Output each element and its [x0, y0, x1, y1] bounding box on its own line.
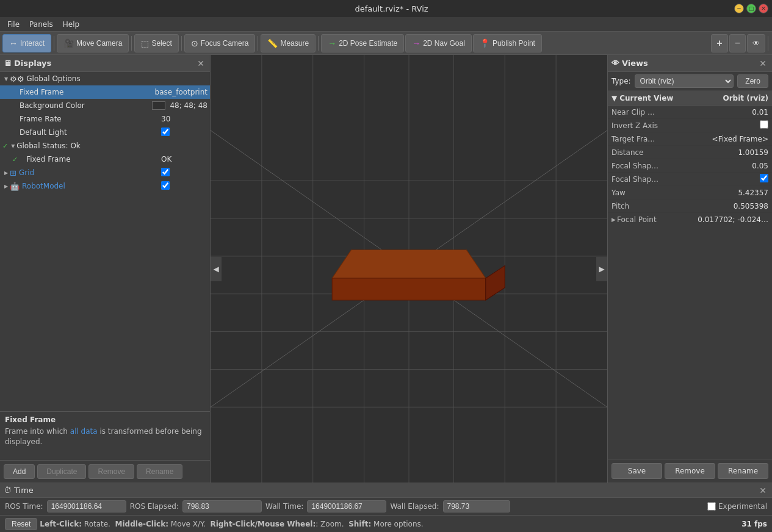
time-panel-close[interactable]: ✕ [757, 486, 768, 495]
fixed-frame-status-row[interactable]: ✓ ▶ Fixed Frame OK [0, 153, 210, 166]
fixed-frame-row[interactable]: ▶ Fixed Frame base_footprint [0, 85, 210, 99]
current-view-label: Current View [619, 94, 673, 102]
focal-shape-2-label: Focal Shap… [611, 175, 760, 184]
status-bar: Reset Left-Click: Rotate. Middle-Click: … [0, 515, 772, 532]
views-type-select[interactable]: Orbit (rviz) [635, 74, 734, 88]
grid-checkbox-value [159, 168, 207, 178]
menu-file[interactable]: File [2, 19, 24, 30]
window-title: default.rviz* - RViz [49, 4, 734, 13]
move-camera-button[interactable]: 🎥 Move Camera [57, 34, 129, 52]
viewport-left-arrow[interactable]: ◀ [211, 257, 222, 281]
views-rename-button[interactable]: Rename [718, 463, 768, 479]
nav-goal-icon: → [412, 38, 420, 48]
measure-icon: 📏 [267, 38, 278, 48]
target-frame-row[interactable]: Target Fra… <Fixed Frame> [608, 132, 772, 146]
global-status-arrow[interactable]: ▼ [9, 142, 16, 149]
close-button[interactable]: ✕ [759, 4, 768, 13]
background-color-row[interactable]: ▶ Background Color 48; 48; 48 [0, 99, 210, 112]
target-frame-label: Target Fra… [611, 135, 712, 143]
displays-panel-buttons: Add Duplicate Remove Rename [0, 460, 210, 483]
near-clip-value: 0.01 [752, 108, 768, 117]
experimental-checkbox[interactable] [707, 502, 716, 511]
wall-time-input[interactable] [307, 500, 386, 512]
invert-z-checkbox[interactable] [760, 120, 768, 129]
focus-camera-button[interactable]: ⊙ Focus Camera [184, 34, 256, 52]
robot-model-arrow[interactable]: ▶ [2, 182, 10, 190]
maximize-button[interactable]: □ [746, 4, 756, 13]
nav-goal-button[interactable]: → 2D Nav Goal [405, 34, 472, 52]
focal-point-row[interactable]: ▶ Focal Point 0.017702; -0.024… [608, 213, 772, 226]
robot-model-checkbox[interactable] [161, 181, 170, 190]
views-panel-header: 👁 Views ✕ [608, 55, 772, 72]
publish-point-button[interactable]: 📍 Publish Point [473, 34, 542, 52]
global-options-row[interactable]: ▼ ⚙ Global Options [0, 72, 210, 85]
focal-shape-2-value [760, 174, 768, 184]
rename-button[interactable]: Rename [137, 464, 182, 479]
focus-camera-icon: ⊙ [191, 38, 198, 48]
displays-panel-close[interactable]: ✕ [195, 59, 206, 68]
select-button[interactable]: ⬚ Select [134, 34, 178, 52]
invert-z-value [760, 120, 768, 131]
grid-row[interactable]: ▶ ⊞ Grid [0, 166, 210, 179]
add-tool-button[interactable]: + [711, 34, 727, 52]
near-clip-row[interactable]: Near Clip … 0.01 [608, 106, 772, 119]
robot-model-label: RobotModel [22, 182, 159, 190]
pose-icon: → [328, 38, 336, 48]
pitch-row[interactable]: Pitch 0.505398 [608, 200, 772, 213]
duplicate-button[interactable]: Duplicate [37, 464, 86, 479]
views-panel: 👁 Views ✕ Type: Orbit (rviz) Zero ▼ Curr… [607, 55, 772, 483]
viewport-right-arrow[interactable]: ▶ [596, 257, 607, 281]
fixed-frame-status-check: ✓ [12, 156, 18, 164]
menu-help[interactable]: Help [58, 19, 84, 30]
views-save-button[interactable]: Save [611, 463, 662, 479]
global-status-row[interactable]: ✓ ▼ Global Status: Ok [0, 139, 210, 153]
focal-shape-1-row[interactable]: Focal Shap… 0.05 [608, 159, 772, 173]
target-frame-value: <Fixed Frame> [712, 135, 768, 143]
grid-arrow[interactable]: ▶ [2, 169, 10, 176]
views-remove-button[interactable]: Remove [665, 463, 715, 479]
grid-checkbox[interactable] [161, 168, 170, 176]
options-button[interactable]: 👁 [747, 34, 765, 52]
svg-marker-19 [332, 278, 486, 300]
default-light-row[interactable]: ▶ Default Light [0, 126, 210, 139]
yaw-row[interactable]: Yaw 5.42357 [608, 186, 772, 200]
views-panel-close[interactable]: ✕ [757, 59, 768, 68]
global-options-arrow[interactable]: ▼ [2, 75, 10, 82]
viewport[interactable]: ◀ ▶ [211, 55, 607, 483]
wall-elapsed-input[interactable] [443, 500, 510, 512]
displays-panel-header: 🖥 Displays ✕ [0, 55, 210, 72]
experimental-check[interactable]: Experimental [707, 502, 767, 511]
default-light-checkbox[interactable] [161, 128, 170, 136]
measure-button[interactable]: 📏 Measure [261, 34, 316, 52]
focal-shape-2-row[interactable]: Focal Shap… [608, 173, 772, 186]
views-panel-buttons: Save Remove Rename [608, 459, 772, 483]
time-panel-header: ⏱ Time ✕ [0, 483, 772, 498]
pose-estimate-button[interactable]: → 2D Pose Estimate [321, 34, 404, 52]
menu-panels[interactable]: Panels [24, 19, 58, 30]
frame-rate-row[interactable]: ▶ Frame Rate 30 [0, 112, 210, 126]
remove-button[interactable]: Remove [88, 464, 134, 479]
svg-line-15 [409, 131, 607, 269]
interact-button[interactable]: ↔ Interact [2, 34, 51, 52]
remove-tool-button[interactable]: − [729, 34, 746, 52]
views-icon: 👁 [611, 59, 619, 68]
window-controls[interactable]: ─ □ ✕ [734, 4, 772, 13]
robot-model-row[interactable]: ▶ 🤖 RobotModel [0, 179, 210, 193]
time-panel: ⏱ Time ✕ ROS Time: ROS Elapsed: Wall Tim… [0, 483, 772, 515]
ros-elapsed-input[interactable] [182, 500, 262, 512]
move-camera-icon: 🎥 [63, 38, 74, 48]
minimize-button[interactable]: ─ [734, 4, 744, 13]
distance-row[interactable]: Distance 1.00159 [608, 146, 772, 159]
focal-shape-2-checkbox[interactable] [760, 174, 768, 182]
current-view-header[interactable]: ▼ Current View Orbit (rviz) [608, 91, 772, 106]
ros-time-input[interactable] [47, 500, 126, 512]
plus-icon: + [716, 38, 722, 49]
status-help-text: Left-Click: Rotate. Middle-Click: Move X… [40, 520, 739, 528]
reset-button[interactable]: Reset [5, 518, 37, 530]
invert-z-row[interactable]: Invert Z Axis [608, 119, 772, 132]
views-zero-button[interactable]: Zero [737, 74, 768, 88]
info-text: Frame into which all data is transformed… [5, 426, 205, 447]
add-button[interactable]: Add [4, 464, 35, 479]
focal-point-value: 0.017702; -0.024… [698, 215, 768, 224]
bg-color-swatch[interactable] [152, 101, 165, 110]
